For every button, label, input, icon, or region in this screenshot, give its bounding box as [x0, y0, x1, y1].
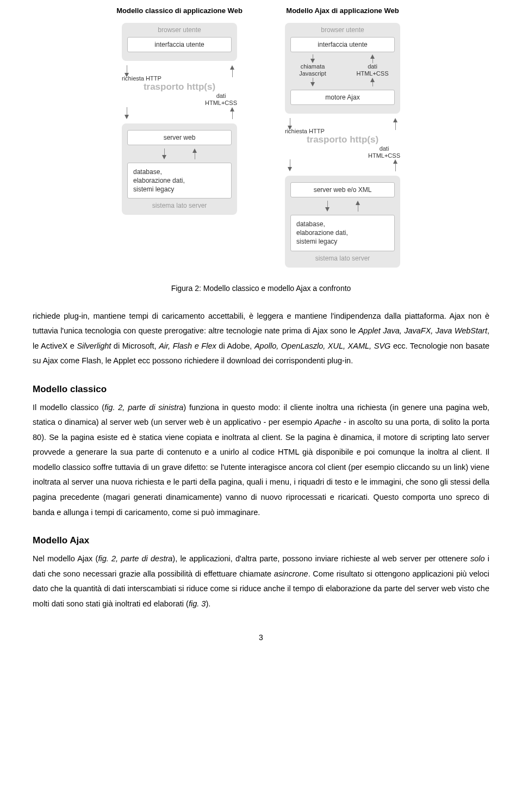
ajax-engine-node: motore Ajax	[290, 90, 395, 105]
intro-text-f: Air, Flash e Flex	[159, 342, 216, 350]
ajax-text-d: solo	[470, 554, 485, 563]
classic-backend-node: database, elaborazione dati, sistemi leg…	[127, 163, 232, 199]
ajax-js-call-1: chiamata	[301, 63, 325, 70]
ajax-transport-block: richiesta HTTP trasporto http(s) dati HT…	[285, 118, 400, 171]
ajax-request-label: richiesta HTTP	[285, 128, 400, 134]
intro-text-g: di Adobe,	[216, 342, 254, 350]
classic-transport-text: trasporto http(s)	[122, 82, 237, 92]
classic-ui-node: interfaccia utente	[127, 37, 232, 52]
classic-request-label: richiesta HTTP	[122, 75, 237, 82]
figure-2-diagram: Modello classico di applicazione Web bro…	[33, 0, 489, 271]
classic-text-a: Il modello classico (	[33, 403, 104, 412]
heading-modello-classico: Modello classico	[33, 384, 489, 395]
intro-text-h: Apollo, OpenLaszlo, XUL, XAML, SVG	[254, 342, 390, 350]
classic-text-b: fig. 2, parte di sinistra	[104, 403, 183, 412]
page-number: 3	[33, 633, 489, 642]
ajax-text-c: ), le applicazioni, d'altra parte, posso…	[172, 554, 470, 563]
classic-text-d: Apache	[314, 418, 341, 426]
classic-title: Modello classico di applicazione Web	[116, 7, 243, 15]
ajax-column: Modello Ajax di applicazione Web browser…	[277, 7, 408, 271]
ajax-js-call-2: Javascript	[299, 70, 326, 77]
intro-text-d: Silverlight	[77, 342, 111, 350]
ajax-server-web-node: server web e/o XML	[290, 182, 395, 197]
intro-paragraph: richiede plug-in, mantiene tempi di cari…	[33, 309, 489, 369]
ajax-inner-resp-1: dati	[368, 63, 377, 70]
page-root: Modello classico di applicazione Web bro…	[0, 0, 522, 664]
ajax-ui-node: interfaccia utente	[290, 37, 395, 52]
ajax-resp-label-2: HTML+CSS	[368, 152, 400, 159]
figure-caption: Figura 2: Modello classico e modello Aja…	[33, 284, 489, 293]
classic-text-e: - in ascolto su una porta, di solito la …	[33, 418, 489, 516]
classic-resp-label-1: dati	[205, 92, 237, 100]
ajax-text-a: Nel modello Ajax (	[33, 554, 98, 563]
classic-server-group: server web database, elaborazione dati, …	[122, 123, 237, 215]
classic-server-label: sistema lato server	[127, 202, 232, 209]
intro-text-b: Applet Java, JavaFX, Java WebStart	[358, 326, 487, 335]
ajax-backend-node: database, elaborazione dati, sistemi leg…	[290, 215, 395, 251]
ajax-server-group: server web e/o XML database, elaborazion…	[285, 176, 400, 268]
classic-column: Modello classico di applicazione Web bro…	[114, 7, 245, 271]
ajax-resp-label-1: dati	[368, 145, 400, 152]
ajax-browser-label: browser utente	[290, 26, 395, 34]
classic-transport-block: richiesta HTTP trasporto http(s) dati HT…	[122, 65, 237, 119]
classic-browser-group: browser utente interfaccia utente	[122, 23, 237, 61]
ajax-transport-text: trasporto http(s)	[285, 134, 400, 145]
classic-browser-label: browser utente	[127, 26, 232, 34]
ajax-text-h: fig. 3	[189, 599, 206, 608]
classic-resp-label-2: HTML+CSS	[205, 100, 237, 107]
ajax-inner-resp-2: HTML+CSS	[357, 70, 389, 77]
heading-modello-ajax: Modello Ajax	[33, 535, 489, 546]
ajax-title: Modello Ajax di applicazione Web	[286, 7, 399, 15]
ajax-server-label: sistema lato server	[290, 255, 395, 262]
ajax-paragraph: Nel modello Ajax (fig. 2, parte di destr…	[33, 551, 489, 611]
classic-paragraph: Il modello classico (fig. 2, parte di si…	[33, 400, 489, 520]
ajax-text-i: ).	[206, 599, 210, 608]
ajax-text-f: asincrone	[274, 569, 308, 578]
ajax-text-b: fig. 2, parte di destra	[98, 554, 172, 563]
classic-server-web-node: server web	[127, 130, 232, 145]
ajax-browser-group: browser utente interfaccia utente chiama…	[285, 23, 400, 113]
intro-text-e: di Microsoft,	[111, 342, 159, 350]
